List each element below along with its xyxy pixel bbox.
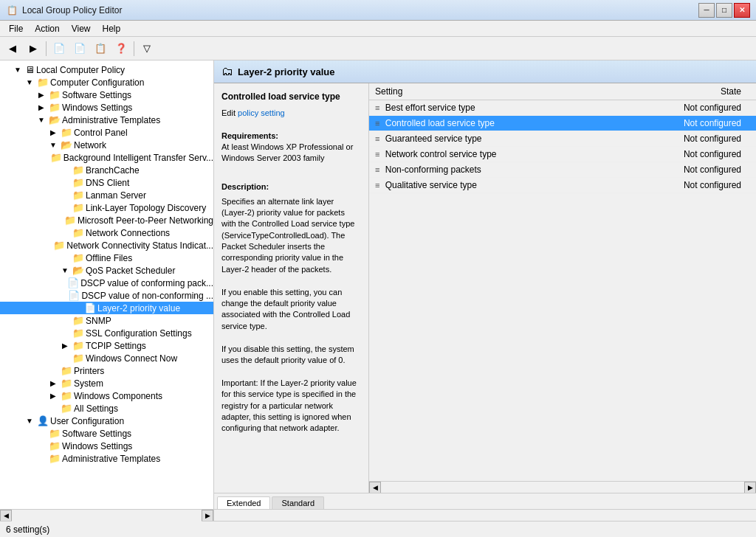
network-toggle[interactable]: ▼ [47, 141, 59, 149]
table-row[interactable]: ≡ Best effort service type Not configure… [369, 100, 756, 116]
peer-to-peer-item[interactable]: 📁 Microsoft Peer-to-Peer Networking [0, 214, 213, 226]
dns-client-item[interactable]: 📁 DNS Client [0, 176, 213, 189]
properties-button[interactable]: 📋 [91, 40, 110, 58]
scroll-right-btn[interactable]: ▶ [744, 482, 756, 493]
table-row[interactable]: ≡ Qualitative service type Not configure… [369, 178, 756, 193]
bits-item[interactable]: 📁 Background Intelligent Transfer Serv..… [0, 151, 213, 164]
left-panel[interactable]: ▼ 🖥 Local Computer Policy ▼ 📁 [0, 60, 214, 509]
tab-standard[interactable]: Standard [272, 496, 324, 509]
h-scrollbar-table[interactable]: ◀ ▶ [369, 481, 756, 493]
folder-icon: 📁 [53, 240, 65, 251]
lanman-item[interactable]: 📁 Lanman Server [0, 189, 213, 201]
view-button[interactable]: 📄 [70, 40, 89, 58]
local-computer-policy-item[interactable]: ▼ 🖥 Local Computer Policy [0, 63, 213, 76]
ncsi-item[interactable]: 📁 Network Connectivity Status Indicat... [0, 239, 213, 252]
computer-config-toggle[interactable]: ▼ [24, 78, 35, 86]
menu-action[interactable]: Action [29, 22, 65, 35]
software-settings-label: Software Settings [62, 90, 131, 100]
scroll-left-btn[interactable]: ◀ [369, 482, 381, 493]
all-settings-item[interactable]: 📁 All Settings [0, 402, 213, 415]
menu-file[interactable]: File [3, 22, 29, 35]
row-icon: ≡ [375, 103, 379, 112]
expand-toggle[interactable]: ▼ [12, 66, 24, 74]
snmp-item[interactable]: 📁 SNMP [0, 314, 213, 327]
folder-icon: 📁 [61, 378, 72, 389]
left-scroll-right[interactable]: ▶ [202, 510, 213, 522]
table-row[interactable]: ≡ Network control service type Not confi… [369, 147, 756, 162]
window-title: Local Group Policy Editor [22, 5, 122, 15]
user-config-toggle[interactable]: ▼ [24, 417, 35, 425]
detail-header: 🗂 Layer-2 priority value [214, 60, 756, 83]
maximize-button[interactable]: □ [716, 3, 732, 18]
windows-settings-item[interactable]: ▶ 📁 Windows Settings [0, 101, 213, 114]
qos-toggle[interactable]: ▼ [59, 266, 71, 274]
menu-view[interactable]: View [66, 22, 97, 35]
back-button[interactable]: ◀ [3, 40, 22, 58]
minimize-button[interactable]: ─ [698, 3, 715, 18]
branchcache-item[interactable]: 📁 BranchCache [0, 164, 213, 176]
folder-icon: 📁 [37, 77, 49, 88]
link-layer-item[interactable]: 📁 Link-Layer Topology Discovery [0, 201, 213, 214]
computer-config-node: ▼ 📁 Computer Configuration [0, 76, 213, 415]
content-area: ▼ 🖥 Local Computer Policy ▼ 📁 [0, 60, 756, 509]
description-text: Specifies an alternate link layer (Layer… [221, 196, 361, 434]
state-cell: Not configured [613, 147, 756, 162]
scroll-track[interactable] [381, 482, 744, 493]
description-pane: Controlled load service type Edit policy… [214, 83, 369, 493]
table-row[interactable]: ≡ Guaranteed service type Not configured [369, 131, 756, 147]
policy-link[interactable]: policy setting [238, 108, 285, 117]
software-settings-item[interactable]: ▶ 📁 Software Settings [0, 89, 213, 101]
help-button[interactable]: ❓ [111, 40, 131, 58]
wcn-item[interactable]: 📁 Windows Connect Now [0, 352, 213, 364]
folder-icon: 📁 [49, 453, 61, 464]
col-state[interactable]: State [613, 83, 756, 100]
col-setting[interactable]: Setting [369, 83, 613, 100]
table-scroll[interactable]: Setting State ≡ Best effort service type… [369, 83, 756, 481]
menubar: File Action View Help [0, 21, 756, 37]
admin-templates-toggle[interactable]: ▼ [35, 116, 47, 124]
computer-config-item[interactable]: ▼ 📁 Computer Configuration [0, 76, 213, 89]
state-cell: Not configured [613, 178, 756, 193]
folder-icon: 📁 [72, 177, 84, 188]
tab-extended[interactable]: Extended [217, 496, 270, 509]
user-config-item[interactable]: ▼ 👤 User Configuration [0, 415, 213, 427]
dscp-nonconforming-item[interactable]: 📄 DSCP value of non-conforming ... [0, 289, 213, 302]
dscp-conforming-item[interactable]: 📄 DSCP value of conforming pack... [0, 277, 213, 289]
filter-button[interactable]: ▽ [137, 40, 157, 58]
ssl-item[interactable]: 📁 SSL Configuration Settings [0, 327, 213, 339]
setting-cell: ≡ Controlled load service type [369, 116, 613, 131]
left-scroll-left[interactable]: ◀ [0, 510, 12, 522]
app-icon: 📋 [6, 4, 18, 16]
close-button[interactable]: ✕ [734, 3, 750, 18]
left-hscroll[interactable]: ◀ ▶ [0, 510, 214, 521]
forward-button[interactable]: ▶ [24, 40, 43, 58]
network-children: 📁 Background Intelligent Transfer Serv..… [0, 151, 213, 364]
left-scroll-track[interactable] [12, 510, 202, 522]
control-panel-toggle[interactable]: ▶ [47, 128, 59, 136]
network-connections-item[interactable]: 📁 Network Connections [0, 226, 213, 239]
printers-item[interactable]: 📁 Printers [0, 364, 213, 377]
user-software-item[interactable]: 📁 Software Settings [0, 427, 213, 440]
setting-title: Controlled load service type [221, 91, 361, 103]
table-row[interactable]: ≡ Controlled load service type Not confi… [369, 116, 756, 131]
offline-files-item[interactable]: 📁 Offline Files [0, 252, 213, 264]
layer2-priority-item[interactable]: 📄 Layer-2 priority value [0, 302, 213, 314]
admin-templates-item[interactable]: ▼ 📂 Administrative Templates [0, 114, 213, 126]
system-item[interactable]: ▶ 📁 System [0, 377, 213, 389]
row-icon: ≡ [375, 134, 379, 143]
windows-components-toggle[interactable]: ▶ [47, 392, 59, 400]
user-windows-item[interactable]: 📁 Windows Settings [0, 440, 213, 452]
network-item[interactable]: ▼ 📂 Network [0, 139, 213, 151]
table-row[interactable]: ≡ Non-conforming packets Not configured [369, 162, 756, 178]
show-hide-button[interactable]: 📄 [49, 40, 69, 58]
qos-item[interactable]: ▼ 📂 QoS Packet Scheduler [0, 264, 213, 277]
tcpip-item[interactable]: ▶ 📁 TCPIP Settings [0, 339, 213, 352]
windows-components-item[interactable]: ▶ 📁 Windows Components [0, 389, 213, 402]
menu-help[interactable]: Help [97, 22, 127, 35]
control-panel-item[interactable]: ▶ 📁 Control Panel [0, 126, 213, 139]
tcpip-toggle[interactable]: ▶ [59, 342, 71, 350]
windows-settings-toggle[interactable]: ▶ [35, 103, 47, 111]
user-admin-item[interactable]: 📁 Administrative Templates [0, 452, 213, 465]
software-settings-toggle[interactable]: ▶ [35, 91, 47, 99]
system-toggle[interactable]: ▶ [47, 379, 59, 387]
